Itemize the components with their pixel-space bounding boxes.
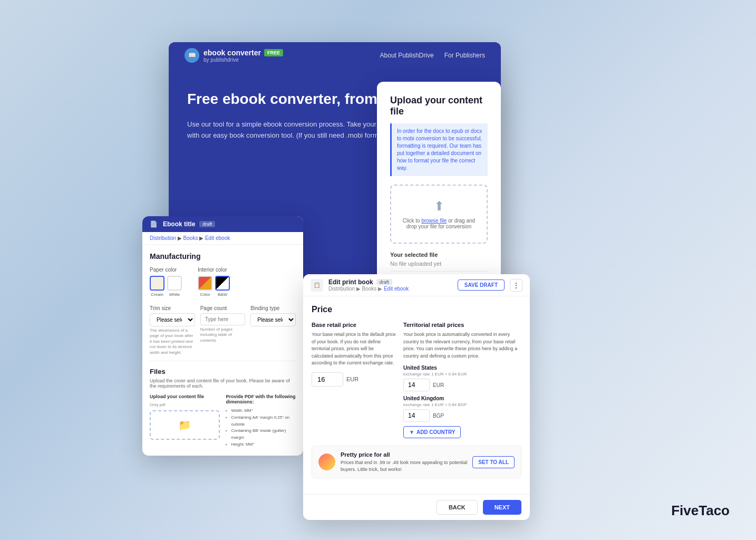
country-us-currency: EUR [433, 382, 444, 388]
price-nav-actions: SAVE DRAFT ⋮ [458, 279, 522, 292]
mfg-draft-badge: draft [199, 221, 215, 227]
brand-icon: 📖 [185, 48, 199, 63]
binding-type-label: Binding type [250, 305, 296, 311]
swatch-white-group: White [167, 276, 182, 297]
pretty-price-icon-inner [318, 454, 335, 470]
swatch-color[interactable] [198, 276, 212, 291]
price-nav-info: Edit print book draft Distribution ▶ Boo… [328, 278, 409, 292]
base-currency-label: EUR [346, 376, 358, 382]
price-nav-icon: 📋 [311, 279, 323, 292]
add-country-label: ADD COUNTRY [416, 429, 455, 435]
spec-item-4: Height: MM" [231, 441, 296, 448]
upload-zone-text: Click to browse file or drag and drop yo… [399, 218, 479, 229]
trim-size-label: Trim size [150, 305, 195, 311]
page-hint: Number of pages including table of conte… [200, 327, 246, 343]
spec-item-3: Containing BB' inside (gutter) margin [231, 428, 296, 441]
file-col-spec: Provide PDF with the following dimension… [226, 394, 296, 448]
breadcrumb-distribution[interactable]: Distribution [150, 235, 176, 241]
swatch-color-group: Color [198, 276, 212, 297]
pretty-price-content: Pretty price for all Prices that end in … [341, 451, 467, 472]
price-back-button[interactable]: BACK [437, 500, 478, 515]
file-col-spec-title: Provide PDF with the following dimension… [226, 394, 296, 404]
selected-file-label: Your selected file [390, 252, 488, 258]
swatch-white[interactable] [167, 276, 182, 291]
swatch-bw-label: B&W [215, 292, 230, 297]
spec-item-2: Containing AA' margin 0.25" on outside [231, 414, 296, 428]
base-price-col: Base retail price Your base retail price… [312, 322, 396, 438]
file-col-content-sub: Only pdf [150, 402, 220, 407]
price-footer: BACK NEXT [303, 494, 530, 520]
price-section-title: Price [312, 305, 521, 314]
save-draft-button[interactable]: SAVE DRAFT [458, 279, 505, 291]
price-title: Edit print book [328, 278, 373, 286]
color-section: Paper color Cream White Interior color [150, 267, 296, 297]
pretty-price-icon [318, 454, 335, 470]
swatch-cream-group: Cream [150, 276, 164, 297]
country-us-exchange: exchange rate 1 EUR = 0.84 EUR [403, 372, 521, 377]
price-breadcrumb-edit[interactable]: Edit ebook [384, 286, 409, 292]
free-badge: FREE [264, 49, 283, 56]
mfg-title: Ebook title [163, 220, 195, 228]
trim-size-select[interactable]: Please select [150, 313, 195, 326]
pdf-spec-list: Width: MM" Containing AA' margin 0.25" o… [226, 408, 296, 448]
price-menu-button[interactable]: ⋮ [510, 279, 522, 292]
files-section: Files Upload the cover and content file … [150, 361, 296, 448]
price-columns: Base retail price Your base retail price… [312, 322, 521, 438]
mfg-body: Manufacturing Paper color Cream White In… [142, 245, 303, 456]
book-icon: 📄 [150, 220, 158, 228]
file-drop-icon: 📁 [155, 419, 215, 431]
pretty-price-box: Pretty price for all Prices that end in … [312, 446, 521, 478]
price-nav-left: 📋 Edit print book draft Distribution ▶ B… [311, 278, 409, 292]
file-col-content: Upload your content file Only pdf 📁 [150, 394, 220, 448]
paper-color-group: Paper color Cream White [150, 267, 182, 297]
country-us-price-row: EUR [403, 379, 521, 391]
nav-about[interactable]: About PublishDrive [380, 52, 434, 59]
trim-row: Trim size Please select The dimensions o… [150, 305, 296, 355]
price-next-button[interactable]: NEXT [483, 500, 521, 515]
spec-item-1: Width: MM" [231, 408, 296, 414]
paper-color-label: Paper color [150, 267, 182, 273]
territorial-desc: Your book price is automatically convert… [403, 331, 521, 360]
breadcrumb-books[interactable]: Books [183, 235, 198, 241]
add-country-button[interactable]: ▼ ADD COUNTRY [403, 426, 461, 438]
swatch-color-label: Color [198, 292, 212, 297]
fivetaco-logo: FiveTaco [671, 503, 730, 519]
mfg-section-title: Manufacturing [150, 252, 296, 261]
price-nav: 📋 Edit print book draft Distribution ▶ B… [303, 274, 530, 296]
trim-size-group: Trim size Please select The dimensions o… [150, 305, 195, 355]
country-uk-price-input[interactable] [403, 409, 430, 422]
nav-links: About PublishDrive For Publishers [380, 52, 485, 59]
price-draft-badge: draft [376, 279, 392, 285]
brand-name: ebook converter [203, 49, 261, 57]
mfg-nav: 📄 Ebook title draft [142, 216, 303, 232]
upload-icon: ⬆ [399, 199, 479, 214]
base-price-desc: Your base retail price is the default pr… [312, 331, 396, 367]
swatch-bw[interactable] [215, 276, 230, 291]
binding-type-select[interactable]: Please select [250, 313, 296, 326]
breadcrumb-edit[interactable]: Edit ebook [205, 235, 230, 241]
binding-type-group: Binding type Please select [250, 305, 296, 355]
nav-publishers[interactable]: For Publishers [444, 52, 485, 59]
base-price-input[interactable] [312, 372, 343, 387]
country-us-price-input[interactable] [403, 379, 430, 391]
swatch-cream[interactable] [150, 276, 164, 291]
set-to-all-button[interactable]: SET TO ALL [472, 456, 515, 468]
page-count-input[interactable] [200, 313, 246, 325]
upload-title: Upload your content file [390, 95, 488, 117]
swatch-white-label: White [167, 292, 182, 297]
price-title-badge: Edit print book draft [328, 278, 409, 286]
page-count-group: Page count Number of pages including tab… [200, 305, 246, 355]
main-nav: 📖 ebook converter FREE by publishdrive A… [169, 42, 501, 69]
base-price-input-group: EUR [312, 372, 396, 387]
upload-dropzone[interactable]: ⬆ Click to browse file or drag and drop … [390, 185, 488, 244]
country-us-name: United States [403, 365, 521, 371]
pretty-price-title: Pretty price for all [341, 451, 467, 458]
territorial-title: Territorial retail prices [403, 322, 521, 328]
file-drop-area[interactable]: 📁 [150, 410, 220, 440]
file-col-content-title: Upload your content file [150, 394, 220, 399]
upload-notice: In order for the docx to epub or docx to… [390, 123, 488, 176]
price-card: 📋 Edit print book draft Distribution ▶ B… [303, 274, 530, 520]
browse-link[interactable]: browse file [421, 218, 447, 224]
brand-sub: by publishdrive [203, 57, 283, 63]
add-country-icon: ▼ [409, 429, 414, 435]
